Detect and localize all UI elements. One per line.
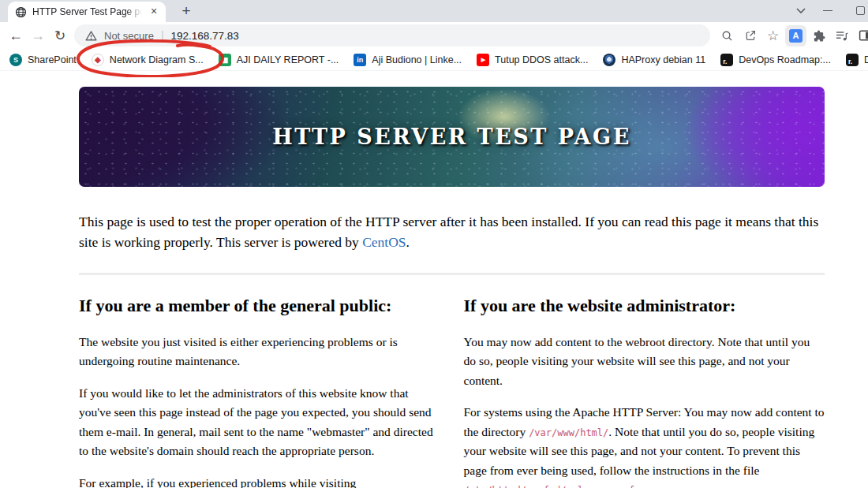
admin-heading: If you are the website administrator: [464, 296, 825, 316]
linkedin-icon: in [354, 54, 366, 66]
admin-paragraph-2: For systems using the Apache HTTP Server… [464, 403, 825, 488]
bookmark-label: Docker Roadmap -... [864, 54, 868, 65]
public-heading: If you are a member of the general publi… [79, 296, 440, 316]
administrator-column: If you are the website administrator: Yo… [464, 296, 825, 488]
tab-search-chevron-icon[interactable] [788, 0, 814, 20]
intro-paragraph: This page is used to test the proper ope… [79, 212, 822, 252]
intro-text: This page is used to test the proper ope… [79, 214, 818, 250]
bookmark-linkedin[interactable]: in Aji Budiono | Linke... [354, 54, 462, 66]
diagram-icon: ◈ [92, 54, 104, 66]
toolbar-right: ☆ A [716, 25, 868, 47]
bookmark-label: Network Diagram S... [110, 54, 204, 65]
sharepoint-icon: S [9, 54, 22, 66]
two-column-section: If you are a member of the general publi… [79, 296, 825, 488]
bookmark-label: SharePoint [28, 54, 77, 65]
code-var-www-html: /var/www/html/ [529, 427, 608, 438]
tab-title: HTTP Server Test Page powered [32, 6, 142, 17]
bookmark-network-diagram[interactable]: ◈ Network Diagram S... [92, 54, 204, 66]
bookmark-star-icon[interactable]: ☆ [762, 25, 784, 47]
side-panel-icon[interactable] [854, 25, 868, 47]
search-icon[interactable] [716, 25, 738, 47]
reload-button[interactable]: ↻ [49, 24, 71, 47]
youtube-icon: ▶ [477, 54, 489, 66]
bookmark-devops-roadmap[interactable]: r. DevOps Roadmap:... [720, 54, 831, 66]
bookmark-label: HAProxy debian 11 [621, 54, 705, 65]
share-icon[interactable] [739, 25, 761, 47]
bookmark-label: AJI DAILY REPORT -... [237, 54, 339, 65]
general-public-column: If you are a member of the general publi… [79, 296, 440, 488]
banner-image: HTTP SERVER TEST PAGE [79, 87, 825, 187]
tab-strip: HTTP Server Test Page powered × + [0, 0, 868, 22]
haproxy-icon [603, 54, 615, 66]
bookmark-sharepoint[interactable]: S SharePoint [9, 54, 77, 66]
not-secure-warning-icon [85, 30, 97, 42]
omnibox-divider: | [161, 29, 164, 42]
code-welcome-conf: /etc/httpd/conf.d/welcome.conf [464, 485, 635, 488]
public-paragraph-3: For example, if you experienced problems… [79, 474, 440, 488]
active-tab[interactable]: HTTP Server Test Page powered × [8, 2, 166, 22]
google-sheets-icon: ▦ [219, 54, 231, 66]
address-bar[interactable]: Not secure | 192.168.77.83 [74, 24, 710, 47]
bookmark-label: DevOps Roadmap:... [739, 54, 831, 65]
public-paragraph-2: If you would like to let the administrat… [79, 384, 440, 461]
roadmap-icon: r. [720, 54, 733, 66]
bookmark-youtube[interactable]: ▶ Tutup DDOS attack... [477, 54, 588, 66]
page-content: HTTP SERVER TEST PAGE This page is used … [0, 71, 868, 488]
admin-p2-text: . [634, 482, 638, 488]
divider-rule [79, 273, 825, 275]
bookmark-label: Aji Budiono | Linke... [372, 54, 462, 65]
playlist-icon[interactable] [831, 25, 852, 47]
window-controls [788, 0, 868, 20]
centos-link[interactable]: CentOS [362, 234, 406, 250]
bookmarks-bar: S SharePoint ◈ Network Diagram S... ▦ AJ… [0, 49, 868, 71]
translate-extension-icon[interactable]: A [785, 25, 806, 47]
maximize-button[interactable] [841, 0, 868, 20]
new-tab-button[interactable]: + [177, 2, 196, 20]
roadmap-icon: r. [846, 54, 859, 66]
minimize-button[interactable] [814, 0, 841, 20]
back-button[interactable]: ← [5, 24, 27, 47]
intro-text-end: . [406, 234, 410, 250]
tab-close-icon[interactable]: × [148, 6, 160, 18]
public-paragraph-1: The website you just visited is either e… [79, 333, 440, 371]
bookmark-haproxy[interactable]: HAProxy debian 11 [603, 54, 705, 66]
extensions-puzzle-icon[interactable] [808, 25, 829, 47]
bookmark-aji-daily-report[interactable]: ▦ AJI DAILY REPORT -... [219, 54, 339, 66]
banner-title: HTTP SERVER TEST PAGE [272, 125, 630, 149]
bookmark-label: Tutup DDOS attack... [495, 54, 588, 65]
globe-favicon-icon [15, 6, 27, 18]
url-text: 192.168.77.83 [171, 30, 239, 42]
security-label: Not secure [104, 30, 154, 42]
forward-button[interactable]: → [27, 24, 49, 47]
bookmark-docker-roadmap[interactable]: r. Docker Roadmap -... [846, 54, 868, 66]
toolbar: ← → ↻ Not secure | 192.168.77.83 ☆ A [0, 22, 868, 49]
admin-paragraph-1: You may now add content to the webroot d… [464, 333, 825, 390]
